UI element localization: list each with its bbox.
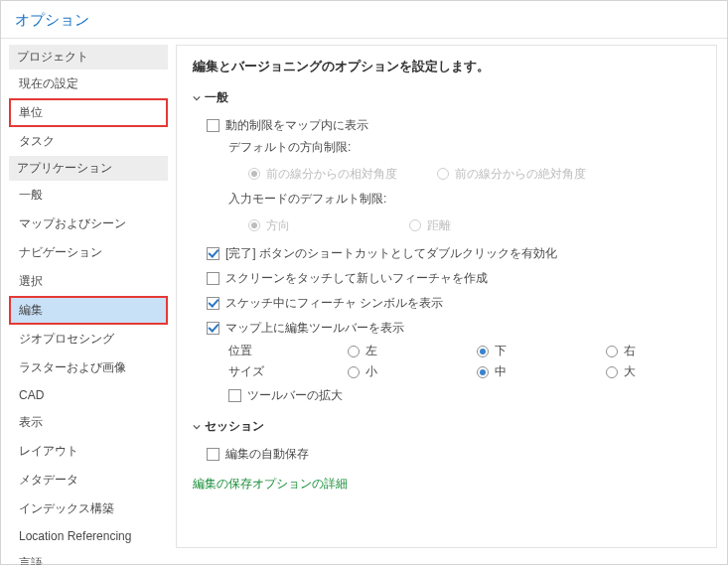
radio-dir-relative bbox=[248, 168, 260, 180]
radio-pos-right[interactable] bbox=[606, 346, 618, 357]
radio-size-medium[interactable] bbox=[477, 366, 489, 378]
dialog-title: オプション bbox=[1, 1, 727, 39]
sidebar-item-general[interactable]: 一般 bbox=[9, 181, 168, 210]
label-toolbar-magnify: ツールバーの拡大 bbox=[247, 387, 343, 404]
sidebar-item-current-settings[interactable]: 現在の設定 bbox=[9, 70, 168, 98]
label-inmode-distance: 距離 bbox=[427, 217, 451, 234]
section-session-label: セッション bbox=[205, 418, 264, 435]
sidebar-item-units[interactable]: 単位 bbox=[9, 98, 168, 127]
sidebar-item-location-referencing[interactable]: Location Referencing bbox=[9, 523, 168, 549]
label-default-direction: デフォルトの方向制限: bbox=[193, 139, 700, 156]
label-dir-relative: 前の線分からの相対角度 bbox=[266, 166, 397, 183]
sidebar-item-navigation[interactable]: ナビゲーション bbox=[9, 238, 168, 267]
sidebar-item-geoprocessing[interactable]: ジオプロセシング bbox=[9, 325, 168, 353]
label-dblclick-finish: [完了] ボタンのショートカットとしてダブルクリックを有効化 bbox=[225, 245, 557, 262]
sidebar-item-editing[interactable]: 編集 bbox=[9, 296, 168, 325]
section-general-header[interactable]: 一般 bbox=[193, 89, 700, 106]
label-input-mode-default: 入力モードのデフォルト制限: bbox=[193, 191, 700, 208]
sidebar-group-application: アプリケーション bbox=[9, 156, 168, 181]
sidebar-item-indexing[interactable]: インデックス構築 bbox=[9, 494, 168, 523]
label-toolbar-position: 位置 bbox=[228, 343, 348, 359]
label-size-medium: 中 bbox=[495, 363, 507, 380]
sidebar-item-language[interactable]: 言語 bbox=[9, 549, 168, 565]
sidebar: プロジェクト 現在の設定 単位 タスク アプリケーション 一般 マップおよびシー… bbox=[1, 39, 172, 558]
radio-inmode-distance bbox=[409, 219, 421, 231]
label-autosave: 編集の自動保存 bbox=[225, 446, 309, 463]
label-pos-left: 左 bbox=[365, 343, 377, 359]
sidebar-item-layout[interactable]: レイアウト bbox=[9, 437, 168, 466]
checkbox-touch-create[interactable] bbox=[207, 272, 219, 285]
label-inmode-direction: 方向 bbox=[266, 217, 290, 234]
radio-dir-absolute bbox=[437, 168, 449, 180]
sidebar-item-cad[interactable]: CAD bbox=[9, 382, 168, 408]
label-pos-right: 右 bbox=[624, 343, 636, 359]
sidebar-item-selection[interactable]: 選択 bbox=[9, 267, 168, 296]
content-panel: 編集とバージョニングのオプションを設定します。 一般 動的制限をマップ内に表示 … bbox=[176, 45, 717, 548]
link-save-options-details[interactable]: 編集の保存オプションの詳細 bbox=[193, 476, 348, 493]
label-toolbar-size: サイズ bbox=[228, 363, 348, 380]
label-sketch-symbols: スケッチ中にフィーチャ シンボルを表示 bbox=[225, 295, 443, 312]
radio-size-large[interactable] bbox=[606, 366, 618, 378]
radio-size-small[interactable] bbox=[348, 366, 360, 378]
label-dynamic-constraints: 動的制限をマップ内に表示 bbox=[225, 117, 368, 134]
sidebar-item-metadata[interactable]: メタデータ bbox=[9, 466, 168, 494]
checkbox-autosave[interactable] bbox=[207, 448, 219, 461]
label-size-small: 小 bbox=[365, 363, 377, 380]
radio-inmode-direction bbox=[248, 219, 260, 231]
section-general-label: 一般 bbox=[205, 89, 228, 106]
checkbox-toolbar-magnify[interactable] bbox=[228, 389, 241, 402]
checkbox-toolbar-show[interactable] bbox=[207, 322, 219, 335]
sidebar-item-display[interactable]: 表示 bbox=[9, 408, 168, 437]
section-session-header[interactable]: セッション bbox=[193, 418, 700, 435]
radio-pos-bottom[interactable] bbox=[477, 346, 489, 357]
sidebar-item-raster-imagery[interactable]: ラスターおよび画像 bbox=[9, 353, 168, 382]
sidebar-item-map-scene[interactable]: マップおよびシーン bbox=[9, 210, 168, 238]
checkbox-dblclick-finish[interactable] bbox=[207, 247, 219, 260]
sidebar-group-project: プロジェクト bbox=[9, 45, 168, 70]
chevron-down-icon bbox=[193, 423, 201, 431]
label-pos-bottom: 下 bbox=[495, 343, 507, 359]
sidebar-item-tasks[interactable]: タスク bbox=[9, 127, 168, 156]
checkbox-sketch-symbols[interactable] bbox=[207, 297, 219, 310]
label-size-large: 大 bbox=[624, 363, 636, 380]
checkbox-dynamic-constraints[interactable] bbox=[207, 119, 219, 132]
label-toolbar-show: マップ上に編集ツールバーを表示 bbox=[225, 320, 404, 337]
chevron-down-icon bbox=[193, 94, 201, 102]
content-title: 編集とバージョニングのオプションを設定します。 bbox=[193, 58, 700, 75]
label-touch-create: スクリーンをタッチして新しいフィーチャを作成 bbox=[225, 270, 488, 287]
label-dir-absolute: 前の線分からの絶対角度 bbox=[455, 166, 586, 183]
radio-pos-left[interactable] bbox=[348, 346, 360, 357]
